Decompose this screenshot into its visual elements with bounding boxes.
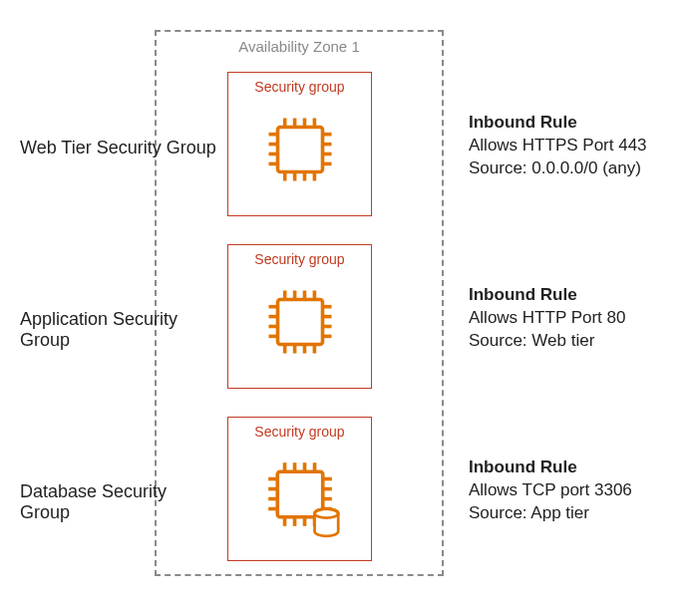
rule-allows: Allows HTTP Port 80 bbox=[469, 307, 688, 330]
security-group-box-db: Security group bbox=[227, 417, 372, 561]
availability-zone-label: Availability Zone 1 bbox=[157, 38, 442, 55]
cpu-chip-with-db-icon bbox=[250, 445, 350, 548]
tier-label-db: Database Security Group bbox=[20, 481, 219, 523]
rule-source: Source: 0.0.0.0/0 (any) bbox=[469, 157, 688, 180]
rule-source: Source: App tier bbox=[469, 502, 688, 525]
rule-heading: Inbound Rule bbox=[469, 112, 688, 135]
svg-rect-17 bbox=[277, 299, 322, 344]
cpu-chip-icon bbox=[255, 105, 345, 198]
security-group-caption: Security group bbox=[228, 251, 371, 267]
security-group-caption: Security group bbox=[228, 79, 371, 95]
security-group-box-web: Security group bbox=[227, 72, 372, 216]
inbound-rule-db: Inbound Rule Allows TCP port 3306 Source… bbox=[469, 456, 688, 525]
security-group-caption: Security group bbox=[228, 424, 371, 440]
inbound-rule-web: Inbound Rule Allows HTTPS Port 443 Sourc… bbox=[469, 112, 688, 180]
inbound-rule-app: Inbound Rule Allows HTTP Port 80 Source:… bbox=[469, 284, 688, 353]
svg-rect-0 bbox=[277, 127, 322, 171]
rule-heading: Inbound Rule bbox=[469, 284, 688, 307]
tier-label-app: Application Security Group bbox=[20, 309, 219, 351]
security-group-box-app: Security group bbox=[227, 244, 372, 389]
rule-allows: Allows TCP port 3306 bbox=[469, 479, 688, 502]
database-icon bbox=[314, 508, 338, 535]
tier-label-web: Web Tier Security Group bbox=[20, 138, 219, 158]
diagram-root: Availability Zone 1 Web Tier Security Gr… bbox=[0, 0, 700, 608]
rule-heading: Inbound Rule bbox=[469, 456, 688, 479]
cpu-chip-icon bbox=[255, 277, 345, 371]
rule-source: Source: Web tier bbox=[469, 330, 688, 353]
rule-allows: Allows HTTPS Port 443 bbox=[469, 135, 688, 157]
